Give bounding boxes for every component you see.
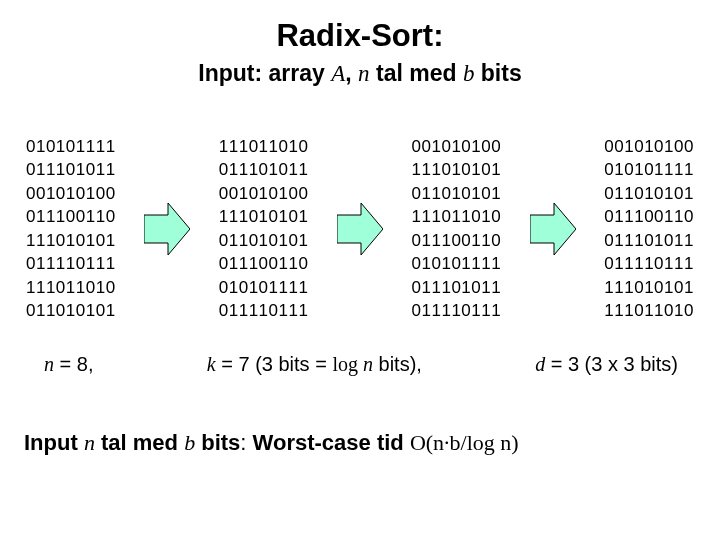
col-cell: 011110111 (26, 252, 116, 275)
col-cell: 011010101 (604, 182, 694, 205)
col-cell: 011101011 (219, 158, 309, 181)
col-cell: 011010101 (412, 182, 502, 205)
col-cell: 111010101 (604, 276, 694, 299)
col-cell: 011110111 (604, 252, 694, 275)
column-4: 001010100 010101111 011010101 011100110 … (604, 135, 694, 323)
slide-subtitle: Input: array A, n tal med b bits (24, 60, 696, 87)
param-n-rest: = 8, (54, 353, 93, 375)
param-k: k = 7 (3 bits = log n bits), (207, 353, 422, 376)
col-cell: 011100110 (26, 205, 116, 228)
param-k-var: k (207, 353, 216, 375)
col-cell: 111011010 (604, 299, 694, 322)
col-cell: 111011010 (412, 205, 502, 228)
col-cell: 011110111 (219, 299, 309, 322)
subtitle-var-b: b (463, 61, 475, 86)
arrow-icon (144, 203, 190, 255)
param-n-var: n (44, 353, 54, 375)
col-cell: 001010100 (412, 135, 502, 158)
bottom-math: O(n·b/log n) (410, 430, 519, 455)
col-cell: 011100110 (412, 229, 502, 252)
col-cell: 001010100 (219, 182, 309, 205)
param-k-rest2: bits), (373, 353, 422, 375)
col-cell: 001010100 (26, 182, 116, 205)
col-cell: 011110111 (412, 299, 502, 322)
col-cell: 011100110 (604, 205, 694, 228)
param-d: d = 3 (3 x 3 bits) (535, 353, 678, 376)
col-cell: 011101011 (412, 276, 502, 299)
subtitle-var-A: A (331, 61, 345, 86)
bottom-var-b: b (184, 430, 195, 455)
col-cell: 111010101 (219, 205, 309, 228)
bottom-colon: : (240, 430, 252, 455)
column-3: 001010100 111010101 011010101 111011010 … (412, 135, 502, 323)
col-cell: 001010100 (604, 135, 694, 158)
col-cell: 010101111 (604, 158, 694, 181)
bottom-var-n: n (84, 430, 95, 455)
bottom-pre: Input (24, 430, 84, 455)
col-cell: 011100110 (219, 252, 309, 275)
col-cell: 011101011 (604, 229, 694, 252)
param-k-nvar: n (363, 353, 373, 375)
slide-title: Radix-Sort: (24, 18, 696, 54)
param-k-rest1: = 7 (3 bits = (216, 353, 333, 375)
columns-container: 010101111 011101011 001010100 011100110 … (24, 135, 696, 323)
col-cell: 010101111 (219, 276, 309, 299)
svg-marker-1 (337, 203, 383, 255)
col-cell: 011010101 (26, 299, 116, 322)
column-1: 010101111 011101011 001010100 011100110 … (26, 135, 116, 323)
col-cell: 010101111 (26, 135, 116, 158)
arrow-icon (337, 203, 383, 255)
col-cell: 111011010 (26, 276, 116, 299)
subtitle-mid1: , (345, 60, 358, 86)
param-k-log: log (332, 353, 363, 375)
col-cell: 011010101 (219, 229, 309, 252)
svg-marker-0 (144, 203, 190, 255)
bottom-mid2: bits (195, 430, 240, 455)
col-cell: 011101011 (26, 158, 116, 181)
subtitle-pre: Input: array (198, 60, 331, 86)
arrow-icon (530, 203, 576, 255)
param-n: n = 8, (44, 353, 93, 376)
bottom-mid1: tal med (95, 430, 184, 455)
col-cell: 111010101 (412, 158, 502, 181)
col-cell: 010101111 (412, 252, 502, 275)
bottom-label: Worst-case tid (253, 430, 410, 455)
param-d-var: d (535, 353, 545, 375)
col-cell: 111010101 (26, 229, 116, 252)
column-2: 111011010 011101011 001010100 111010101 … (219, 135, 309, 323)
subtitle-mid2: tal med (370, 60, 463, 86)
param-d-rest: = 3 (3 x 3 bits) (545, 353, 678, 375)
svg-marker-2 (530, 203, 576, 255)
col-cell: 111011010 (219, 135, 309, 158)
params-row: n = 8, k = 7 (3 bits = log n bits), d = … (24, 353, 696, 376)
subtitle-post: bits (474, 60, 521, 86)
subtitle-var-n: n (358, 61, 370, 86)
bottom-line: Input n tal med b bits: Worst-case tid O… (24, 430, 696, 456)
